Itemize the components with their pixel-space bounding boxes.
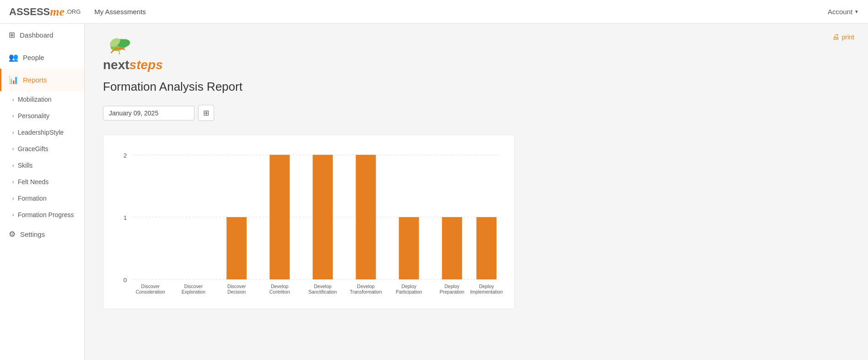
- sidebar-label-settings: Settings: [20, 230, 45, 238]
- svg-text:1: 1: [124, 214, 127, 221]
- chevron-right-icon: ›: [12, 146, 14, 152]
- my-assessments-link[interactable]: My Assessments: [94, 8, 146, 16]
- sidebar: ⊞ Dashboard 👥 People 📊 Reports › Mobiliz…: [0, 24, 85, 360]
- svg-text:Develop: Develop: [357, 284, 375, 289]
- sidebar-label-skills: Skills: [18, 162, 33, 169]
- reports-icon: 📊: [9, 75, 18, 85]
- svg-text:Discover: Discover: [227, 284, 246, 289]
- chevron-right-icon: ›: [12, 163, 14, 168]
- svg-text:Sanctification: Sanctification: [308, 289, 337, 295]
- date-row: ⊞: [103, 105, 850, 121]
- sidebar-item-personality[interactable]: › Personality: [0, 108, 84, 124]
- svg-rect-31: [442, 217, 462, 279]
- chart-svg-wrapper: 2 1 0 Discover Consideration Discover: [113, 144, 505, 304]
- sidebar-label-people: People: [23, 54, 44, 61]
- svg-text:Deploy: Deploy: [401, 284, 416, 289]
- sidebar-item-skills[interactable]: › Skills: [0, 157, 84, 174]
- chevron-right-icon: ›: [12, 196, 14, 201]
- sidebar-label-formationprogress: Formation Progress: [18, 211, 74, 218]
- sidebar-item-mobilization[interactable]: › Mobilization: [0, 91, 84, 108]
- svg-text:Deploy: Deploy: [479, 284, 494, 289]
- logo-assess: ASSESS: [9, 6, 50, 18]
- sidebar-item-people[interactable]: 👥 People: [0, 46, 84, 69]
- print-button[interactable]: 🖨 print: [832, 33, 854, 41]
- topnav-right: Account ▼: [828, 8, 859, 16]
- settings-icon: ⚙: [9, 229, 16, 239]
- nextsteps-leaf-icon: [103, 38, 135, 56]
- svg-text:Implementation: Implementation: [470, 289, 503, 295]
- sidebar-item-settings[interactable]: ⚙ Settings: [0, 223, 84, 245]
- sidebar-label-reports: Reports: [23, 76, 47, 84]
- svg-text:0: 0: [124, 277, 127, 284]
- nextsteps-leaf: [103, 38, 850, 58]
- nextsteps-logo-text: nextsteps: [103, 58, 850, 72]
- chevron-down-icon: ▼: [854, 9, 859, 14]
- chevron-right-icon: ›: [12, 97, 14, 102]
- svg-text:Discover: Discover: [184, 284, 203, 289]
- svg-text:Develop: Develop: [271, 284, 289, 289]
- svg-rect-25: [356, 155, 376, 279]
- topnav: ASSESSme.ORG My Assessments Account ▼: [0, 0, 868, 24]
- logo-org: .ORG: [65, 8, 81, 15]
- svg-rect-28: [399, 217, 419, 279]
- sidebar-item-formationprogress[interactable]: › Formation Progress: [0, 207, 84, 223]
- svg-text:Contrition: Contrition: [270, 289, 290, 295]
- account-label: Account: [828, 8, 852, 16]
- sidebar-item-feltneeds[interactable]: › Felt Needs: [0, 174, 84, 190]
- svg-text:Decision: Decision: [227, 289, 246, 295]
- bar-chart: 2 1 0 Discover Consideration Discover: [113, 144, 505, 302]
- calendar-grid-button[interactable]: ⊞: [198, 105, 214, 121]
- sidebar-label-leadershipstyle: LeadershipStyle: [18, 129, 64, 136]
- svg-text:Discover: Discover: [141, 284, 160, 289]
- people-icon: 👥: [9, 53, 18, 62]
- svg-text:Participation: Participation: [396, 289, 422, 295]
- dashboard-icon: ⊞: [9, 30, 15, 40]
- svg-text:Exploration: Exploration: [182, 289, 205, 295]
- svg-text:Transformation: Transformation: [350, 289, 382, 295]
- account-button[interactable]: Account ▼: [828, 8, 859, 16]
- chart-container: 2 1 0 Discover Consideration Discover: [103, 135, 515, 309]
- chevron-right-icon: ›: [12, 113, 14, 119]
- sidebar-label-feltneeds: Felt Needs: [18, 178, 49, 185]
- sidebar-item-leadershipstyle[interactable]: › LeadershipStyle: [0, 124, 84, 141]
- chevron-right-icon: ›: [12, 130, 14, 135]
- grid-icon: ⊞: [203, 109, 209, 117]
- date-input[interactable]: [103, 106, 194, 120]
- nextsteps-next: next: [103, 58, 129, 72]
- sidebar-item-gracegifts[interactable]: › GraceGifts: [0, 141, 84, 157]
- print-label: print: [842, 33, 854, 41]
- topnav-left: ASSESSme.ORG My Assessments: [9, 5, 146, 19]
- svg-text:Consideration: Consideration: [135, 289, 165, 295]
- chevron-right-icon: ›: [12, 212, 14, 218]
- svg-text:Preparation: Preparation: [440, 289, 464, 295]
- logo-me: me: [50, 5, 65, 19]
- sidebar-label-mobilization: Mobilization: [18, 96, 52, 103]
- layout: ⊞ Dashboard 👥 People 📊 Reports › Mobiliz…: [0, 24, 868, 360]
- sidebar-item-dashboard[interactable]: ⊞ Dashboard: [0, 24, 84, 46]
- logo: ASSESSme.ORG: [9, 5, 81, 19]
- sidebar-label-personality: Personality: [18, 112, 49, 120]
- svg-rect-19: [270, 155, 290, 279]
- svg-text:Develop: Develop: [314, 284, 332, 289]
- sidebar-label-formation: Formation: [18, 195, 47, 202]
- nextsteps-steps: steps: [129, 58, 163, 72]
- svg-text:2: 2: [124, 152, 127, 159]
- svg-rect-22: [313, 155, 333, 279]
- chevron-right-icon: ›: [12, 179, 14, 185]
- nextsteps-header: nextsteps: [103, 38, 850, 72]
- sidebar-label-dashboard: Dashboard: [20, 31, 53, 39]
- svg-rect-34: [476, 217, 496, 279]
- print-icon: 🖨: [832, 33, 840, 41]
- sidebar-item-reports[interactable]: 📊 Reports: [0, 69, 84, 91]
- sidebar-item-formation[interactable]: › Formation: [0, 190, 84, 207]
- main-content: 🖨 print nextsteps Formation Analysis Rep…: [85, 24, 868, 360]
- sidebar-label-gracegifts: GraceGifts: [18, 145, 49, 153]
- report-title: Formation Analysis Report: [103, 80, 850, 94]
- svg-rect-16: [226, 217, 247, 279]
- svg-text:Deploy: Deploy: [445, 284, 460, 289]
